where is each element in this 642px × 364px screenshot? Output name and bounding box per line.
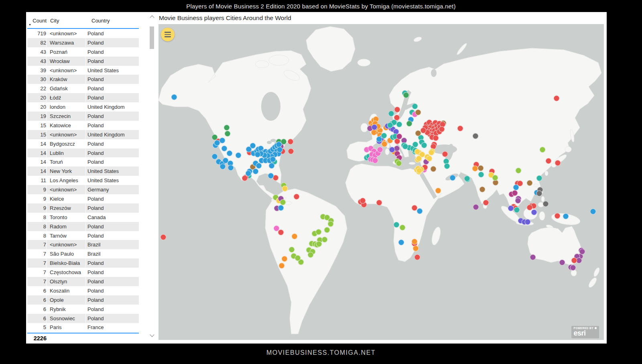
city-dot[interactable]: [388, 111, 394, 117]
city-dot[interactable]: [421, 128, 427, 134]
city-dot[interactable]: [219, 138, 226, 144]
city-dot[interactable]: [414, 254, 421, 260]
table-row[interactable]: 14LublinPoland: [27, 148, 139, 158]
city-dot[interactable]: [225, 131, 231, 137]
city-dot[interactable]: [546, 158, 552, 164]
city-dot[interactable]: [376, 200, 382, 206]
city-dot[interactable]: [316, 229, 322, 235]
city-dot[interactable]: [412, 104, 418, 110]
table-row[interactable]: 8TorontoCanada: [27, 213, 139, 222]
city-dot[interactable]: [527, 180, 533, 186]
city-dot[interactable]: [394, 115, 400, 121]
table-row[interactable]: 7Bielsko-BiałaPoland: [27, 258, 139, 268]
city-dot[interactable]: [372, 124, 378, 130]
city-dot[interactable]: [412, 142, 419, 148]
city-dot[interactable]: [479, 187, 486, 193]
city-dot[interactable]: [398, 240, 404, 246]
table-row[interactable]: 43WrocławPoland: [27, 57, 139, 66]
table-row[interactable]: 82WarszawaPoland: [27, 38, 139, 47]
city-dot[interactable]: [478, 165, 484, 171]
table-row[interactable]: 8RadomPoland: [27, 222, 139, 231]
city-dot[interactable]: [416, 156, 422, 162]
city-dot[interactable]: [289, 247, 295, 253]
table-row[interactable]: 11Los AngelesUnited States: [27, 176, 139, 185]
city-dot[interactable]: [444, 163, 450, 169]
table-row[interactable]: 6OpolePoland: [27, 295, 139, 305]
city-dot[interactable]: [253, 169, 259, 175]
city-dot[interactable]: [579, 249, 585, 255]
table-row[interactable]: 20londonUnited Kingdom: [27, 102, 139, 112]
city-dot[interactable]: [472, 166, 478, 172]
city-dot[interactable]: [270, 157, 276, 163]
city-dot[interactable]: [536, 191, 542, 197]
city-dot[interactable]: [387, 122, 393, 128]
city-dot[interactable]: [396, 122, 402, 128]
city-dot[interactable]: [421, 142, 427, 148]
city-dot[interactable]: [473, 204, 479, 210]
column-header-count[interactable]: Count ▼: [27, 15, 47, 28]
city-dot[interactable]: [382, 141, 388, 147]
city-dot[interactable]: [268, 173, 274, 179]
table-row[interactable]: 15<unknown>United Kingdom: [27, 130, 139, 139]
city-dot[interactable]: [416, 168, 423, 174]
city-dot[interactable]: [322, 237, 328, 243]
city-dot[interactable]: [394, 222, 400, 228]
city-dot[interactable]: [483, 200, 489, 206]
city-dot[interactable]: [160, 234, 167, 240]
city-dot[interactable]: [250, 143, 256, 149]
table-row[interactable]: 9<unknown>Germany: [27, 185, 139, 194]
city-dot[interactable]: [377, 147, 383, 153]
city-dot[interactable]: [224, 125, 230, 131]
city-dot[interactable]: [571, 258, 577, 264]
city-dot[interactable]: [360, 198, 366, 204]
city-dot[interactable]: [417, 208, 423, 214]
city-dot[interactable]: [294, 194, 300, 200]
city-dot[interactable]: [288, 148, 294, 155]
city-dot[interactable]: [396, 161, 402, 167]
map-menu-button[interactable]: [161, 28, 175, 41]
city-dot[interactable]: [431, 166, 437, 172]
city-dot[interactable]: [394, 107, 400, 113]
table-row[interactable]: 719<unknown>Poland: [27, 29, 139, 38]
table-row[interactable]: 6RybnikPoland: [27, 305, 139, 314]
city-dot[interactable]: [295, 255, 301, 261]
city-dot[interactable]: [512, 190, 518, 196]
city-dot[interactable]: [590, 209, 596, 215]
city-dot[interactable]: [555, 213, 561, 219]
city-dot[interactable]: [214, 140, 220, 146]
scrollbar-thumb[interactable]: [150, 26, 154, 49]
table-row[interactable]: 5ParisFrance: [27, 323, 139, 332]
city-dot[interactable]: [400, 225, 406, 231]
table-row[interactable]: 6KoszalinPoland: [27, 286, 139, 295]
table-row[interactable]: 30KrakówPoland: [27, 75, 139, 84]
city-dot[interactable]: [540, 147, 546, 153]
table-row[interactable]: 14New YorkUnited States: [27, 167, 139, 176]
city-dot[interactable]: [280, 199, 286, 205]
city-dot[interactable]: [412, 239, 418, 245]
city-dot[interactable]: [277, 147, 283, 153]
city-dot[interactable]: [570, 265, 576, 271]
city-dot[interactable]: [381, 133, 387, 139]
city-dot[interactable]: [288, 139, 294, 145]
column-header-city[interactable]: City: [47, 15, 90, 28]
city-dot[interactable]: [515, 198, 521, 204]
world-map[interactable]: POWERED BY esri: [158, 24, 604, 340]
table-row[interactable]: 39<unknown>United States: [27, 66, 139, 75]
table-row[interactable]: 14ToruńPoland: [27, 157, 139, 167]
city-dot[interactable]: [492, 175, 498, 181]
table-row[interactable]: 19SzczecinPoland: [27, 112, 139, 121]
city-dot[interactable]: [255, 152, 261, 158]
scroll-down-button[interactable]: [150, 333, 154, 337]
city-dot[interactable]: [513, 185, 519, 191]
city-dot[interactable]: [554, 96, 560, 102]
city-dot[interactable]: [427, 156, 433, 162]
city-dots-layer[interactable]: [158, 24, 604, 340]
city-dot[interactable]: [256, 163, 262, 169]
city-dot[interactable]: [403, 92, 409, 98]
city-dot[interactable]: [279, 263, 285, 269]
city-dot[interactable]: [316, 241, 322, 247]
city-dot[interactable]: [563, 214, 569, 220]
city-dot[interactable]: [543, 201, 549, 207]
city-dot[interactable]: [464, 176, 470, 182]
city-dot[interactable]: [530, 254, 536, 260]
